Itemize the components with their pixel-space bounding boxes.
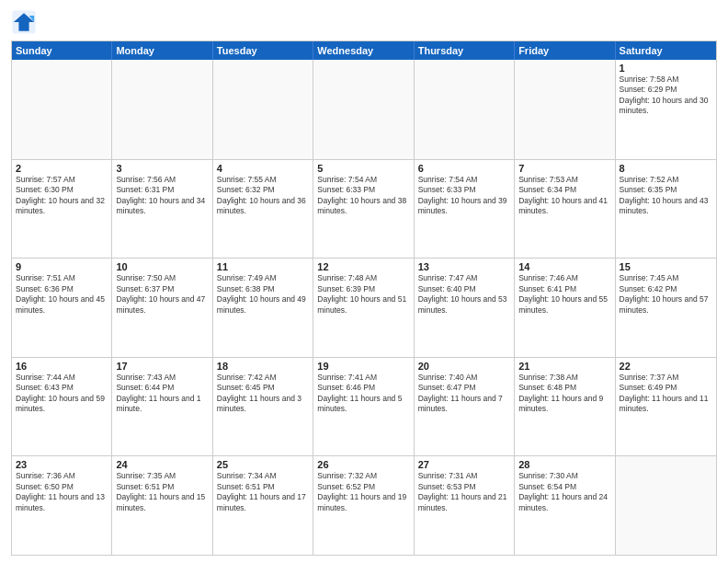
day-number: 21 [518, 361, 610, 372]
day-info: Sunrise: 7:30 AM Sunset: 6:54 PM Dayligh… [518, 471, 610, 513]
calendar-cell: 23Sunrise: 7:36 AM Sunset: 6:50 PM Dayli… [12, 456, 112, 555]
day-info: Sunrise: 7:40 AM Sunset: 6:47 PM Dayligh… [418, 373, 510, 415]
day-number: 7 [518, 163, 610, 174]
day-number: 26 [317, 459, 409, 470]
weekday-header: Sunday [12, 41, 112, 60]
day-info: Sunrise: 7:48 AM Sunset: 6:39 PM Dayligh… [317, 273, 409, 316]
calendar-body: 1Sunrise: 7:58 AM Sunset: 6:29 PM Daylig… [12, 60, 716, 555]
logo-icon [11, 9, 37, 35]
calendar-cell: 20Sunrise: 7:40 AM Sunset: 6:47 PM Dayli… [415, 358, 515, 456]
day-info: Sunrise: 7:58 AM Sunset: 6:29 PM Dayligh… [620, 75, 712, 117]
weekday-header: Friday [515, 41, 615, 60]
day-info: Sunrise: 7:44 AM Sunset: 6:43 PM Dayligh… [16, 373, 108, 415]
day-number: 12 [317, 261, 409, 272]
day-info: Sunrise: 7:42 AM Sunset: 6:45 PM Dayligh… [217, 373, 309, 415]
day-number: 18 [217, 361, 309, 372]
day-number: 2 [16, 163, 108, 174]
day-number: 10 [116, 261, 208, 272]
day-info: Sunrise: 7:51 AM Sunset: 6:36 PM Dayligh… [16, 273, 108, 316]
calendar-cell: 28Sunrise: 7:30 AM Sunset: 6:54 PM Dayli… [515, 456, 615, 555]
calendar-cell: 6Sunrise: 7:54 AM Sunset: 6:33 PM Daylig… [415, 160, 515, 259]
day-number: 19 [317, 361, 409, 372]
calendar-cell: 12Sunrise: 7:48 AM Sunset: 6:39 PM Dayli… [313, 259, 414, 357]
day-number: 3 [116, 163, 208, 174]
logo [11, 9, 40, 35]
calendar-cell [515, 60, 615, 159]
day-info: Sunrise: 7:35 AM Sunset: 6:51 PM Dayligh… [116, 471, 208, 513]
day-info: Sunrise: 7:55 AM Sunset: 6:32 PM Dayligh… [217, 175, 309, 217]
calendar-cell: 16Sunrise: 7:44 AM Sunset: 6:43 PM Dayli… [12, 358, 112, 456]
day-number: 4 [217, 163, 309, 174]
day-info: Sunrise: 7:54 AM Sunset: 6:33 PM Dayligh… [317, 175, 409, 217]
calendar-cell: 25Sunrise: 7:34 AM Sunset: 6:51 PM Dayli… [213, 456, 313, 555]
calendar-cell: 11Sunrise: 7:49 AM Sunset: 6:38 PM Dayli… [213, 259, 313, 357]
calendar-cell: 7Sunrise: 7:53 AM Sunset: 6:34 PM Daylig… [515, 160, 615, 259]
calendar-cell: 17Sunrise: 7:43 AM Sunset: 6:44 PM Dayli… [112, 358, 212, 456]
calendar-row: 2Sunrise: 7:57 AM Sunset: 6:30 PM Daylig… [12, 159, 716, 259]
calendar-cell: 15Sunrise: 7:45 AM Sunset: 6:42 PM Dayli… [616, 259, 716, 357]
calendar-cell: 3Sunrise: 7:56 AM Sunset: 6:31 PM Daylig… [112, 160, 212, 259]
calendar-cell: 14Sunrise: 7:46 AM Sunset: 6:41 PM Dayli… [515, 259, 615, 357]
day-number: 6 [418, 163, 510, 174]
day-info: Sunrise: 7:56 AM Sunset: 6:31 PM Dayligh… [116, 175, 208, 217]
calendar-cell [112, 60, 212, 159]
day-number: 23 [16, 459, 108, 470]
calendar-cell: 1Sunrise: 7:58 AM Sunset: 6:29 PM Daylig… [616, 60, 716, 159]
page: SundayMondayTuesdayWednesdayThursdayFrid… [0, 0, 728, 563]
calendar-cell: 8Sunrise: 7:52 AM Sunset: 6:35 PM Daylig… [616, 160, 716, 259]
day-info: Sunrise: 7:36 AM Sunset: 6:50 PM Dayligh… [16, 471, 108, 513]
day-number: 28 [518, 459, 610, 470]
weekday-header: Wednesday [313, 41, 414, 60]
day-info: Sunrise: 7:32 AM Sunset: 6:52 PM Dayligh… [317, 471, 409, 513]
calendar-cell: 22Sunrise: 7:37 AM Sunset: 6:49 PM Dayli… [616, 358, 716, 456]
calendar-row: 1Sunrise: 7:58 AM Sunset: 6:29 PM Daylig… [12, 60, 716, 159]
weekday-header: Tuesday [213, 41, 313, 60]
calendar-cell: 2Sunrise: 7:57 AM Sunset: 6:30 PM Daylig… [12, 160, 112, 259]
calendar-cell: 24Sunrise: 7:35 AM Sunset: 6:51 PM Dayli… [112, 456, 212, 555]
day-info: Sunrise: 7:34 AM Sunset: 6:51 PM Dayligh… [217, 471, 309, 513]
day-info: Sunrise: 7:52 AM Sunset: 6:35 PM Dayligh… [620, 175, 712, 217]
weekday-header: Saturday [616, 41, 716, 60]
calendar-cell: 4Sunrise: 7:55 AM Sunset: 6:32 PM Daylig… [213, 160, 313, 259]
calendar-cell [313, 60, 414, 159]
day-info: Sunrise: 7:46 AM Sunset: 6:41 PM Dayligh… [518, 273, 610, 316]
day-info: Sunrise: 7:41 AM Sunset: 6:46 PM Dayligh… [317, 373, 409, 415]
calendar: SundayMondayTuesdayWednesdayThursdayFrid… [11, 40, 717, 556]
calendar-cell: 18Sunrise: 7:42 AM Sunset: 6:45 PM Dayli… [213, 358, 313, 456]
day-number: 5 [317, 163, 409, 174]
calendar-cell: 9Sunrise: 7:51 AM Sunset: 6:36 PM Daylig… [12, 259, 112, 357]
calendar-cell: 26Sunrise: 7:32 AM Sunset: 6:52 PM Dayli… [313, 456, 414, 555]
calendar-row: 23Sunrise: 7:36 AM Sunset: 6:50 PM Dayli… [12, 455, 716, 555]
calendar-row: 9Sunrise: 7:51 AM Sunset: 6:36 PM Daylig… [12, 258, 716, 357]
day-info: Sunrise: 7:53 AM Sunset: 6:34 PM Dayligh… [518, 175, 610, 217]
day-number: 11 [217, 261, 309, 272]
day-info: Sunrise: 7:31 AM Sunset: 6:53 PM Dayligh… [418, 471, 510, 513]
day-number: 9 [16, 261, 108, 272]
day-number: 15 [620, 261, 712, 272]
weekday-header: Thursday [415, 41, 515, 60]
day-number: 13 [418, 261, 510, 272]
day-number: 1 [620, 63, 712, 74]
day-number: 24 [116, 459, 208, 470]
calendar-cell [12, 60, 112, 159]
day-info: Sunrise: 7:50 AM Sunset: 6:37 PM Dayligh… [116, 273, 208, 316]
calendar-header: SundayMondayTuesdayWednesdayThursdayFrid… [12, 41, 716, 60]
header [11, 9, 717, 35]
day-info: Sunrise: 7:45 AM Sunset: 6:42 PM Dayligh… [620, 273, 712, 316]
calendar-row: 16Sunrise: 7:44 AM Sunset: 6:43 PM Dayli… [12, 357, 716, 456]
day-number: 25 [217, 459, 309, 470]
calendar-cell: 21Sunrise: 7:38 AM Sunset: 6:48 PM Dayli… [515, 358, 615, 456]
day-info: Sunrise: 7:54 AM Sunset: 6:33 PM Dayligh… [418, 175, 510, 217]
day-info: Sunrise: 7:38 AM Sunset: 6:48 PM Dayligh… [518, 373, 610, 415]
day-number: 16 [16, 361, 108, 372]
day-info: Sunrise: 7:49 AM Sunset: 6:38 PM Dayligh… [217, 273, 309, 316]
calendar-cell: 5Sunrise: 7:54 AM Sunset: 6:33 PM Daylig… [313, 160, 414, 259]
day-info: Sunrise: 7:43 AM Sunset: 6:44 PM Dayligh… [116, 373, 208, 415]
calendar-cell [616, 456, 716, 555]
day-info: Sunrise: 7:37 AM Sunset: 6:49 PM Dayligh… [620, 373, 712, 415]
day-number: 22 [620, 361, 712, 372]
calendar-cell [415, 60, 515, 159]
weekday-header: Monday [112, 41, 212, 60]
day-number: 8 [620, 163, 712, 174]
calendar-cell: 27Sunrise: 7:31 AM Sunset: 6:53 PM Dayli… [415, 456, 515, 555]
